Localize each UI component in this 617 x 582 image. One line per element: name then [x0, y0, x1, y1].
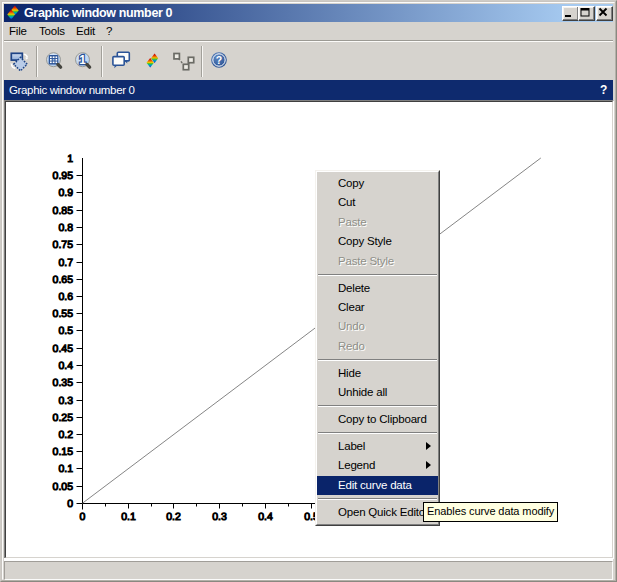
svg-text:0.55: 0.55 — [53, 308, 74, 320]
svg-text:0.3: 0.3 — [58, 395, 73, 407]
svg-text:0.1: 0.1 — [121, 511, 136, 523]
svg-text:0.9: 0.9 — [58, 187, 73, 199]
svg-text:0.4: 0.4 — [58, 360, 73, 372]
svg-text:0.75: 0.75 — [53, 239, 74, 251]
svg-text:0.2: 0.2 — [58, 429, 73, 441]
svg-text:0.8: 0.8 — [58, 222, 73, 234]
svg-text:0: 0 — [80, 511, 86, 523]
svg-text:0.25: 0.25 — [53, 412, 74, 424]
svg-text:0.6: 0.6 — [58, 291, 73, 303]
svg-text:0.05: 0.05 — [53, 481, 74, 493]
svg-text:0.4: 0.4 — [258, 511, 273, 523]
svg-text:0.7: 0.7 — [58, 257, 73, 269]
svg-text:0.3: 0.3 — [212, 511, 227, 523]
svg-text:0: 0 — [67, 498, 73, 510]
svg-text:0.35: 0.35 — [53, 377, 74, 389]
svg-text:0.2: 0.2 — [166, 511, 181, 523]
svg-text:0.45: 0.45 — [53, 343, 74, 355]
svg-text:0.1: 0.1 — [58, 463, 73, 475]
svg-text:0.5: 0.5 — [58, 325, 73, 337]
svg-text:0.15: 0.15 — [53, 446, 74, 458]
svg-text:0.95: 0.95 — [53, 170, 74, 182]
svg-text:0.85: 0.85 — [53, 205, 74, 217]
svg-text:0.65: 0.65 — [53, 274, 74, 286]
svg-text:1: 1 — [67, 153, 73, 165]
